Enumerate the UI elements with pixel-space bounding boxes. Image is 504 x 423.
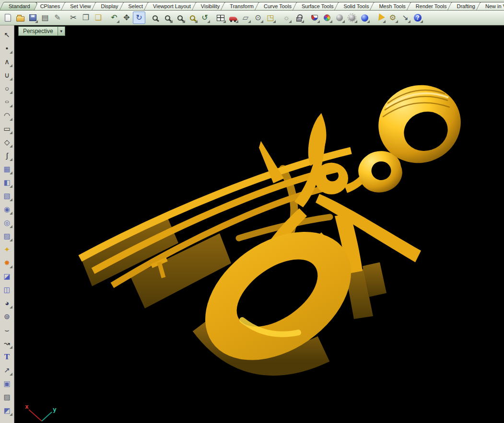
sphere-button[interactable]: ◉ [1, 202, 13, 216]
open-file-button[interactable] [14, 11, 26, 24]
boolean-spheres-icon: ◕ [5, 299, 9, 307]
text-T-icon: T [4, 353, 10, 361]
rendered-viewport-button[interactable] [321, 11, 333, 24]
print-button[interactable]: ▤ [39, 11, 51, 24]
viewport-title-button[interactable]: Perspective ▼ [18, 26, 65, 36]
spotlight-button[interactable] [374, 11, 387, 24]
save-floppy-icon [29, 14, 36, 21]
zoom-selected-button[interactable] [186, 11, 199, 24]
viewport-title-label[interactable]: Perspective [18, 26, 58, 36]
ellipse-button[interactable]: ○ [1, 95, 13, 108]
surface-grid-icon: ▦ [3, 165, 10, 172]
freeform-curve-button[interactable]: ∫ [1, 149, 13, 162]
y-axis-label: y [53, 406, 57, 413]
viewport-title-dropdown[interactable]: ▼ [58, 26, 65, 36]
dimension-button[interactable]: ↘ [399, 11, 411, 24]
tab-label: Select [129, 3, 143, 9]
split-button[interactable]: ◫ [1, 283, 13, 296]
tab-curve-tools[interactable]: Curve Tools [257, 2, 298, 10]
render-preview-button[interactable] [358, 11, 371, 24]
object-snap-button[interactable]: ◳ [264, 11, 277, 24]
viewport-layout-button[interactable] [214, 11, 227, 24]
select-button[interactable]: ↖ [1, 28, 13, 41]
tab-label: CPlanes [40, 3, 60, 9]
cplane-origin-button[interactable]: ⊙ [252, 11, 264, 24]
tab-standard[interactable]: Standard [1, 2, 36, 10]
tab-mesh-tools[interactable]: Mesh Tools [372, 2, 411, 10]
surface-from-points-button[interactable]: ▦ [1, 162, 13, 175]
point-button[interactable]: • [1, 41, 13, 55]
curve-points-icon: ∪ [4, 71, 10, 79]
tab-surface-tools[interactable]: Surface Tools [294, 2, 340, 10]
pencil-page-icon: ✎ [54, 14, 60, 22]
arc-icon: ◠ [4, 112, 10, 119]
polygon-button[interactable]: ◇ [1, 135, 13, 149]
revolve-button[interactable]: ◎ [1, 216, 13, 229]
patch-button[interactable]: ▨ [1, 229, 13, 242]
solid-edit-button[interactable]: ◩ [1, 403, 13, 417]
tab-new-in-v5[interactable]: New in V5 [478, 2, 504, 10]
copy-button[interactable]: ❐ [80, 11, 92, 24]
rotate-view-button[interactable]: ↻ [133, 11, 145, 24]
tab-label: New in V5 [485, 3, 504, 9]
help-button[interactable]: ? [411, 11, 424, 24]
curve-interpolate-button[interactable]: ∪ [1, 68, 13, 81]
edit-point-button[interactable]: ⌣ [1, 323, 13, 336]
undo-view-icon: ↺ [201, 14, 208, 22]
options-button[interactable]: ⚙ [387, 11, 399, 24]
tab-label: Surface Tools [302, 3, 333, 9]
array-button[interactable]: ▣ [1, 377, 13, 390]
render-in-window-button[interactable] [346, 11, 358, 24]
box-button[interactable]: ▧ [1, 189, 13, 202]
tab-label: Transform [230, 3, 254, 9]
hatch-button[interactable]: ▨ [1, 390, 13, 403]
tab-transform[interactable]: Transform [223, 2, 260, 10]
patch-surface-icon: ▨ [3, 232, 10, 240]
polyline-icon: ∧ [4, 58, 10, 65]
clipboard-icon: ❑ [95, 14, 102, 22]
boolean-button[interactable]: ◕ [1, 296, 13, 309]
named-views-button[interactable] [227, 11, 239, 24]
blue-sphere-icon [361, 14, 368, 22]
bend-surface-button[interactable]: ◧ [1, 175, 13, 189]
scissors-icon: ✂ [70, 14, 76, 22]
paste-button[interactable]: ❑ [92, 11, 105, 24]
join-button[interactable]: ✦ [1, 242, 13, 256]
arc-button[interactable]: ◠ [1, 108, 13, 122]
chevron-down-icon: ▼ [59, 29, 63, 34]
extend-curve-button[interactable]: ↝ [1, 336, 13, 350]
perspective-viewport-canvas[interactable]: Perspective ▼ [14, 25, 504, 423]
tab-label: Render Tools [416, 3, 447, 9]
cube-icon: ▧ [3, 192, 10, 199]
group-button[interactable]: ⊚ [1, 309, 13, 323]
rendered-gold-pendant [14, 25, 504, 423]
annotate-button[interactable]: ✎ [51, 11, 64, 24]
ellipse-icon: ○ [4, 99, 9, 104]
lights-button[interactable]: ☼ [280, 11, 293, 24]
new-file-button[interactable] [1, 11, 14, 24]
polyline-button[interactable]: ∧ [1, 55, 13, 68]
explode-button[interactable]: ✸ [1, 256, 13, 269]
lock-objects-button[interactable] [293, 11, 305, 24]
render-button[interactable] [333, 11, 346, 24]
tab-label: Mesh Tools [379, 3, 405, 9]
trim-button[interactable]: ◪ [1, 269, 13, 283]
set-cplane-button[interactable]: ▱ [239, 11, 252, 24]
tab-render-tools[interactable]: Render Tools [409, 2, 453, 10]
zoom-window-button[interactable] [161, 11, 174, 24]
zoom-extents-button[interactable] [174, 11, 186, 24]
zoom-dynamic-button[interactable] [149, 11, 161, 24]
tab-viewport-layout[interactable]: Viewport Layout [146, 2, 197, 10]
undo-button[interactable]: ↶ [108, 11, 120, 24]
shaded-viewport-button[interactable] [308, 11, 321, 24]
save-button[interactable] [26, 11, 39, 24]
undo-view-change-button[interactable]: ↺ [199, 11, 211, 24]
pan-view-button[interactable]: ✥ [120, 11, 133, 24]
move-button[interactable]: ↗ [1, 363, 13, 377]
tab-solid-tools[interactable]: Solid Tools [336, 2, 375, 10]
cut-button[interactable]: ✂ [67, 11, 80, 24]
undo-arrow-icon: ↶ [111, 14, 117, 22]
text-button[interactable]: T [1, 350, 13, 363]
circle-button[interactable]: ○ [1, 81, 13, 95]
rectangle-button[interactable]: ▭ [1, 122, 13, 135]
